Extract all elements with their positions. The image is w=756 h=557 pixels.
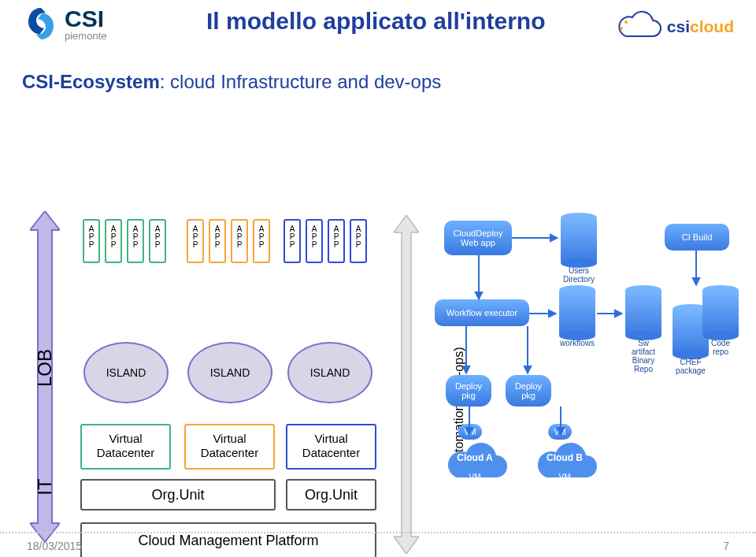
app-box: APP	[284, 219, 301, 263]
cloud-b-icon: Cloud B VM	[529, 438, 600, 487]
lob-label: LOB	[34, 347, 56, 389]
csi-logo-icon	[22, 5, 60, 43]
app-box: APP	[187, 219, 204, 263]
workflow-executor-box: Workflow executor	[435, 299, 529, 326]
cloud-a-icon: Cloud A VM	[439, 438, 510, 487]
app-box: APP	[209, 219, 226, 263]
footer-date: 18/03/2015	[27, 540, 82, 552]
ci-build-box: CI Build	[665, 224, 729, 251]
svg-point-0	[620, 27, 623, 30]
app-box: APP	[231, 219, 248, 263]
automation-arrow-icon	[394, 215, 419, 554]
csi-piemonte-logo: CSI piemonte	[22, 5, 106, 43]
deploy-pkg-box: Deploy pkg	[446, 375, 491, 407]
virtual-datacenter-box: VirtualDatacenter	[80, 424, 171, 470]
app-box: APP	[105, 219, 122, 263]
org-unit-box: Org.Unit	[286, 479, 376, 511]
slide-subtitle: CSI-Ecosystem: cloud Infrastructure and …	[22, 71, 756, 93]
architecture-diagram: LOB IT APP APP APP APP APP APP APP APP A…	[0, 93, 756, 503]
cloud-deploy-box: CloudDeployWeb app	[444, 221, 512, 255]
app-group-green: APP APP APP APP	[83, 219, 166, 263]
vm-box: VM	[548, 424, 572, 440]
sw-artifact-cylinder: Sw artifact Binary Repo	[625, 290, 662, 336]
workflows-cylinder: workflows	[559, 290, 595, 336]
slide-header: CSI piemonte Il modello applicato all'in…	[0, 0, 756, 60]
island-ellipse: ISLAND	[287, 342, 372, 403]
logo-sub-text: piemonte	[65, 30, 106, 42]
island-ellipse: ISLAND	[187, 342, 272, 403]
org-unit-box: Org.Unit	[80, 479, 276, 511]
app-box: APP	[149, 219, 166, 263]
app-box: APP	[350, 219, 367, 263]
app-group-orange: APP APP APP APP	[187, 219, 270, 263]
code-repo-cylinder: Code repo	[702, 290, 739, 336]
app-box: APP	[83, 219, 100, 263]
virtual-datacenter-box: VirtualDatacenter	[184, 424, 275, 470]
logo-main-text: CSI	[65, 6, 104, 32]
users-directory-cylinder: Users Directory	[561, 217, 597, 263]
app-box: APP	[253, 219, 270, 263]
vm-box: VM	[458, 424, 482, 440]
app-box: APP	[328, 219, 345, 263]
footer-page: 7	[723, 540, 729, 552]
app-box: APP	[127, 219, 144, 263]
app-box: APP	[306, 219, 323, 263]
deploy-pkg-box: Deploy pkg	[506, 375, 551, 407]
it-label: IT	[34, 466, 56, 508]
slide-footer: 18/03/2015 7	[0, 532, 756, 557]
csicloud-logo: csicloud	[612, 9, 734, 44]
app-group-blue: APP APP APP APP	[284, 219, 367, 263]
slide-title: Il modello applicato all'interno	[206, 8, 546, 35]
cloud-brand-text: csicloud	[667, 17, 734, 36]
virtual-datacenter-box: VirtualDatacenter	[286, 424, 376, 470]
cloud-icon	[612, 9, 662, 44]
svg-point-1	[624, 20, 628, 24]
devops-flow-diagram: CloudDeployWeb app Users Directory CI Bu…	[435, 217, 743, 533]
island-ellipse: ISLAND	[83, 342, 169, 403]
